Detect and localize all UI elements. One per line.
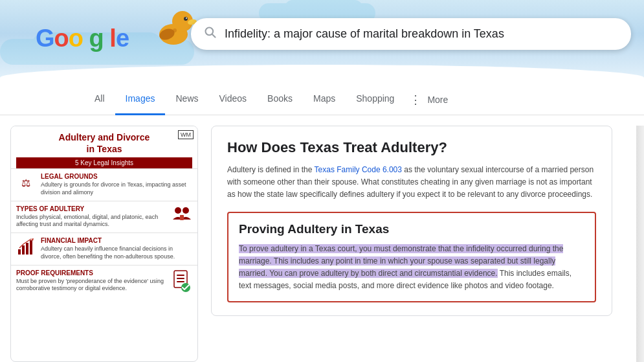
svg-point-7: [186, 17, 187, 19]
legal-icon: ⚖: [16, 173, 36, 192]
result-title: How Does Texas Treat Adultery?: [227, 139, 596, 156]
financial-desc: Adultery can heavily influence financial…: [41, 245, 192, 260]
card-header: Adultery and Divorce in Texas WM 5 Key L…: [11, 126, 197, 168]
logo-o1: o: [54, 25, 69, 52]
right-shadow: [636, 126, 644, 362]
svg-rect-22: [177, 275, 184, 276]
types-content: TYPES OF ADULTERY Includes physical, emo…: [16, 205, 166, 229]
three-dots-icon: ⋮: [410, 93, 422, 107]
header-banner: Goo g le Infidelity: a major c: [0, 0, 644, 84]
legal-desc: Adultery is grounds for divorce in Texas…: [41, 181, 192, 196]
svg-point-14: [183, 207, 189, 214]
tab-all[interactable]: All: [84, 84, 115, 115]
types-title: TYPES OF ADULTERY: [16, 205, 166, 212]
financial-content: FINANCIAL IMPACT Adultery can heavily in…: [41, 237, 192, 260]
search-query-text: Infidelity: a major cause of marital bre…: [225, 26, 504, 42]
svg-point-10: [173, 28, 177, 32]
checklist-icon: [172, 269, 192, 294]
wm-logo: WM: [178, 130, 194, 139]
logo-o2: o: [69, 25, 83, 52]
card-title: Adultery and Divorce in Texas: [16, 131, 192, 155]
proof-text-area: PROOF REQUIREMENTS Must be proven by 'pr…: [16, 269, 166, 293]
result-excerpt: Adultery is defined in the Texas Family …: [227, 164, 596, 201]
logo-g-letter: g: [89, 25, 104, 52]
more-menu[interactable]: ⋮ More: [405, 84, 453, 115]
proof-desc: Must be proven by 'preponderance of the …: [16, 278, 166, 293]
svg-rect-18: [26, 243, 28, 255]
proving-title: Proving Adultery in Texas: [239, 222, 584, 236]
proving-text: To prove adultery in a Texas court, you …: [239, 243, 584, 293]
svg-rect-16: [18, 249, 21, 255]
proof-title: PROOF REQUIREMENTS: [16, 269, 166, 277]
search-icon: [204, 26, 217, 42]
legal-content: LEGAL GROUNDS Adultery is grounds for di…: [41, 173, 192, 196]
tab-videos[interactable]: Videos: [209, 84, 258, 115]
svg-point-13: [175, 207, 181, 214]
svg-rect-15: [180, 215, 184, 220]
couple-icon: [172, 205, 192, 227]
svg-rect-19: [30, 240, 32, 255]
financial-icon: [16, 237, 36, 256]
main-content: Adultery and Divorce in Texas WM 5 Key L…: [0, 115, 644, 362]
google-logo[interactable]: Goo g le: [36, 25, 129, 52]
logo-g2: g: [89, 25, 110, 52]
search-bar-container: Infidelity: a major cause of marital bre…: [191, 18, 644, 50]
tab-shopping[interactable]: Shopping: [346, 84, 405, 115]
tab-news[interactable]: News: [165, 84, 208, 115]
sidebar-infographic-card: Adultery and Divorce in Texas WM 5 Key L…: [10, 126, 198, 362]
card-section-financial: FINANCIAL IMPACT Adultery can heavily in…: [11, 232, 197, 264]
texas-family-code-link[interactable]: Texas Family Code 6.003: [315, 165, 402, 174]
logo-l: l: [109, 25, 116, 52]
logo-g: G: [36, 25, 54, 52]
search-bar[interactable]: Infidelity: a major cause of marital bre…: [191, 18, 631, 50]
svg-point-6: [184, 17, 188, 21]
card-subtitle: 5 Key Legal Insights: [16, 157, 192, 168]
proving-adultery-box: Proving Adultery in Texas To prove adult…: [227, 212, 596, 303]
types-desc: Includes physical, emotional, digital, a…: [16, 214, 166, 229]
financial-title: FINANCIAL IMPACT: [41, 237, 192, 244]
tab-images[interactable]: Images: [115, 84, 166, 115]
logo-e: e: [116, 25, 129, 52]
svg-line-12: [212, 34, 216, 38]
results-area: How Does Texas Treat Adultery? Adultery …: [198, 126, 634, 362]
more-label: More: [427, 95, 448, 105]
tab-books[interactable]: Books: [257, 84, 303, 115]
svg-rect-17: [22, 245, 25, 255]
card-section-legal: ⚖ LEGAL GROUNDS Adultery is grounds for …: [11, 168, 197, 200]
svg-rect-23: [177, 278, 184, 279]
svg-rect-24: [177, 281, 184, 282]
card-section-proof: PROOF REQUIREMENTS Must be proven by 'pr…: [11, 265, 197, 298]
result-card: How Does Texas Treat Adultery? Adultery …: [211, 126, 612, 316]
card-section-types: TYPES OF ADULTERY Includes physical, emo…: [11, 201, 197, 232]
legal-title: LEGAL GROUNDS: [41, 173, 192, 180]
svg-rect-3: [285, 0, 362, 16]
nav-tabs: All Images News Videos Books Maps Shoppi…: [0, 84, 644, 115]
tab-maps[interactable]: Maps: [303, 84, 346, 115]
